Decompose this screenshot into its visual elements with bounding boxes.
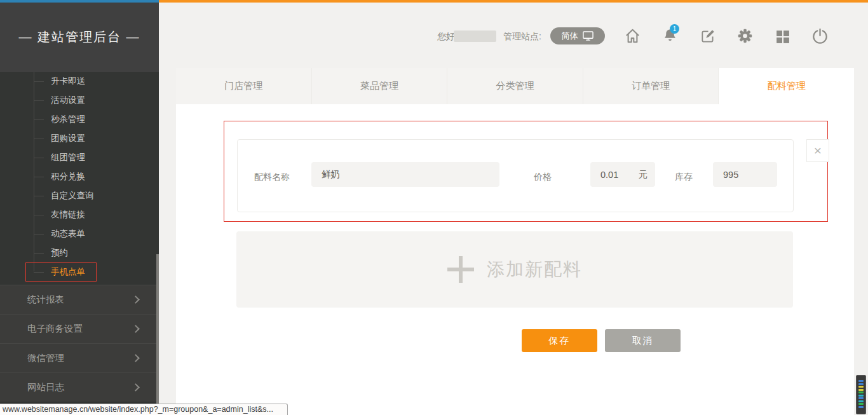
sidebar-item[interactable]: 活动设置 bbox=[0, 91, 159, 110]
sidebar-section-label: 微信管理 bbox=[27, 352, 133, 364]
sidebar-item-label: 团购设置 bbox=[51, 133, 85, 143]
chevron-right-icon bbox=[132, 325, 140, 333]
widget-stripe bbox=[858, 397, 864, 399]
ingredient-row-highlight: 配料名称 鲜奶 价格 0.01 元 库存 995 × bbox=[224, 121, 828, 222]
sidebar-item[interactable]: 手机点单 bbox=[0, 262, 159, 282]
notifications-bell-icon[interactable]: 1 bbox=[661, 27, 679, 44]
widget-stripe bbox=[858, 403, 864, 405]
price-input[interactable]: 0.01 元 bbox=[590, 162, 655, 187]
sidebar-item-label: 自定义查询 bbox=[51, 191, 94, 200]
stock-input[interactable]: 995 bbox=[713, 162, 777, 187]
name-input[interactable]: 鲜奶 bbox=[311, 162, 499, 187]
price-label: 价格 bbox=[534, 172, 552, 183]
tab-label: 订单管理 bbox=[632, 80, 670, 92]
tab[interactable]: 菜品管理 bbox=[312, 68, 448, 104]
sidebar-item[interactable]: 组团管理 bbox=[0, 148, 159, 167]
tab[interactable]: 订单管理 bbox=[583, 68, 719, 104]
header: 您好 管理站点: 简体 1 bbox=[0, 3, 868, 68]
sidebar-item[interactable]: 团购设置 bbox=[0, 129, 159, 148]
tab-label: 菜品管理 bbox=[360, 80, 398, 92]
widget-stripe bbox=[858, 391, 864, 393]
cancel-button[interactable]: 取消 bbox=[605, 329, 681, 352]
plus-icon bbox=[447, 256, 474, 283]
monitor-icon bbox=[582, 31, 594, 41]
sidebar-section[interactable]: 微信管理 bbox=[0, 343, 159, 372]
power-icon[interactable] bbox=[811, 27, 829, 44]
sidebar-sections: 统计报表 电子商务设置 微信管理 网站日志 bbox=[0, 285, 159, 402]
home-icon[interactable] bbox=[623, 27, 642, 45]
username-redacted bbox=[454, 31, 496, 42]
sidebar-item-label: 预约 bbox=[51, 248, 68, 257]
sidebar-section[interactable]: 网站日志 bbox=[0, 372, 159, 402]
widget-stripe bbox=[858, 400, 864, 402]
sidebar-item-label: 积分兑换 bbox=[51, 172, 85, 181]
edit-icon[interactable] bbox=[700, 28, 716, 44]
sidebar-item[interactable]: 预约 bbox=[0, 243, 159, 262]
widget-stripe bbox=[858, 380, 864, 382]
chevron-right-icon bbox=[132, 354, 140, 362]
manage-site-label: 管理站点: bbox=[503, 31, 541, 43]
sidebar-submenu-list: 升卡即送活动设置秒杀管理团购设置组团管理积分兑换自定义查询友情链接动态表单预约手… bbox=[0, 72, 159, 282]
content-panel: 门店管理菜品管理分类管理订单管理配料管理 配料名称 鲜奶 价格 0.01 元 库… bbox=[176, 68, 854, 415]
widget-stripe bbox=[858, 406, 864, 408]
sidebar-item[interactable]: 动态表单 bbox=[0, 224, 159, 243]
sidebar-item-label: 升卡即送 bbox=[51, 76, 85, 86]
sidebar-item-label: 手机点单 bbox=[51, 267, 85, 276]
greeting-text: 您好 bbox=[437, 31, 455, 43]
sidebar-item[interactable]: 积分兑换 bbox=[0, 167, 159, 186]
tab[interactable]: 门店管理 bbox=[176, 68, 312, 104]
sidebar-section-label: 统计报表 bbox=[27, 294, 133, 306]
sidebar-item-label: 秒杀管理 bbox=[51, 114, 85, 124]
sidebar-item-label: 活动设置 bbox=[51, 95, 85, 105]
tab-bar: 门店管理菜品管理分类管理订单管理配料管理 bbox=[176, 68, 854, 104]
sidebar-section-label: 网站日志 bbox=[27, 381, 133, 393]
language-label: 简体 bbox=[561, 31, 578, 42]
widget-stripe bbox=[858, 386, 864, 388]
ingredient-card: 配料名称 鲜奶 价格 0.01 元 库存 995 bbox=[237, 139, 794, 212]
sidebar-item[interactable]: 自定义查询 bbox=[0, 186, 159, 205]
sidebar-item-label: 友情链接 bbox=[51, 210, 85, 219]
name-label: 配料名称 bbox=[254, 172, 290, 183]
tab[interactable]: 配料管理 bbox=[719, 68, 854, 104]
notification-badge: 1 bbox=[670, 24, 679, 34]
settings-gear-icon[interactable] bbox=[736, 27, 754, 44]
sidebar-submenu: 升卡即送活动设置秒杀管理团购设置组团管理积分兑换自定义查询友情链接动态表单预约手… bbox=[0, 72, 159, 285]
sidebar-item-label: 组团管理 bbox=[51, 153, 85, 162]
sidebar-item[interactable]: 友情链接 bbox=[0, 205, 159, 224]
tab-label: 配料管理 bbox=[768, 80, 806, 92]
widget-stripe bbox=[858, 389, 864, 391]
price-value: 0.01 bbox=[600, 170, 618, 180]
sidebar-item[interactable]: 升卡即送 bbox=[0, 72, 159, 91]
stock-label: 库存 bbox=[675, 172, 693, 183]
add-ingredient-button[interactable]: 添加新配料 bbox=[236, 231, 793, 308]
chevron-right-icon bbox=[132, 383, 140, 391]
stock-value: 995 bbox=[723, 170, 738, 180]
close-button[interactable]: × bbox=[806, 139, 829, 162]
screen: — 建站管理后台 — 升卡即送活动设置秒杀管理团购设置组团管理积分兑换自定义查询… bbox=[0, 0, 868, 415]
widget-stripe bbox=[858, 395, 864, 397]
apps-grid-icon[interactable] bbox=[775, 29, 790, 44]
sidebar-section[interactable]: 电子商务设置 bbox=[0, 314, 159, 343]
name-value: 鲜奶 bbox=[322, 168, 340, 180]
save-button[interactable]: 保存 bbox=[522, 329, 597, 352]
sidebar-section-label: 电子商务设置 bbox=[27, 323, 133, 335]
status-bar-url: www.websitemanage.cn/website/index.php?_… bbox=[0, 404, 288, 415]
sidebar-section[interactable]: 统计报表 bbox=[0, 285, 159, 314]
add-ingredient-label: 添加新配料 bbox=[487, 257, 582, 282]
tab-label: 分类管理 bbox=[496, 80, 534, 92]
widget-stripe bbox=[858, 383, 864, 385]
sidebar-item[interactable]: 秒杀管理 bbox=[0, 110, 159, 129]
sidebar-item-label: 动态表单 bbox=[51, 229, 85, 238]
sidebar-scrollbar[interactable] bbox=[156, 254, 159, 415]
chevron-right-icon bbox=[132, 296, 140, 304]
price-unit: 元 bbox=[639, 168, 648, 180]
mini-widget bbox=[856, 375, 866, 414]
language-pill[interactable]: 简体 bbox=[550, 27, 605, 44]
tab[interactable]: 分类管理 bbox=[447, 68, 583, 104]
tab-label: 门店管理 bbox=[224, 80, 262, 92]
